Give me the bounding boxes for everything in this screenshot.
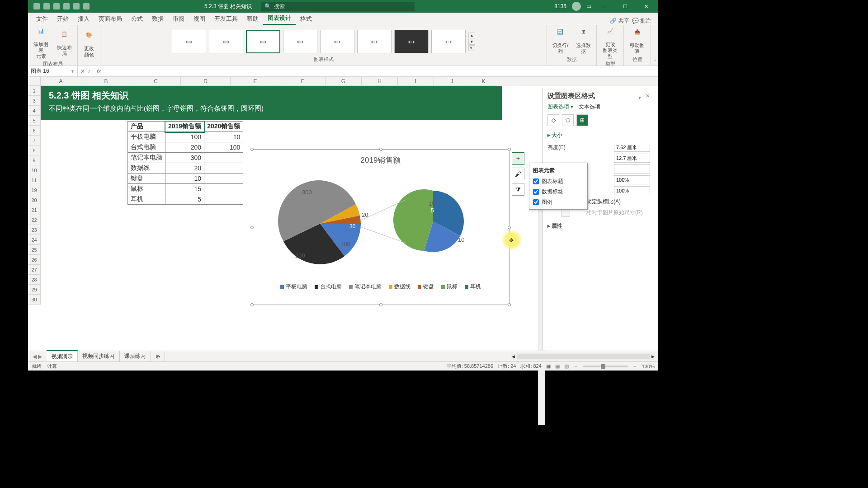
chart-plot-area[interactable]: 100 200 300 20 30 5 10 15 [252,167,509,280]
zoom-slider[interactable] [583,366,628,367]
row-header[interactable]: 9 [28,155,41,165]
horizontal-scrollbar[interactable]: ◀▶ [511,353,656,360]
row-header[interactable]: 11 [28,175,41,185]
formula-input[interactable] [104,66,658,76]
scale-h-input[interactable] [614,175,650,184]
row-header[interactable]: 25 [28,245,41,255]
col-header-J[interactable]: J [434,77,470,86]
row-header[interactable]: 19 [28,185,41,195]
pane-tab-textoptions[interactable]: 文本选项 [579,103,600,111]
size-section-head[interactable]: ▸ 大小 [547,130,650,141]
chart-style-4[interactable]: ◐◑ [283,30,317,53]
chart-object[interactable]: 2019销售额 [252,149,509,305]
row-header[interactable]: 5 [28,116,41,126]
zoom-out[interactable]: － [573,363,578,370]
new-sheet-button[interactable]: ⊕ [151,352,165,361]
zoom-level[interactable]: 130% [642,364,655,369]
width-input[interactable] [614,154,650,163]
styles-down[interactable]: ▼ [468,39,476,45]
blank-input[interactable] [614,164,650,174]
col-header-B[interactable]: B [81,77,131,86]
data-table[interactable]: 产品2019销售额2020销售额 平板电脑10010 台式电脑200100 笔记… [127,121,243,205]
popup-item-legend[interactable]: 图例 [531,197,585,207]
row-header[interactable]: 6 [28,126,41,136]
view-pagelayout-icon[interactable]: ▤ [555,363,560,369]
chart-style-2[interactable]: ◐◑ [209,30,243,53]
tab-file[interactable]: 文件 [32,13,52,25]
undo-icon[interactable] [73,3,80,9]
row-header[interactable]: 29 [28,285,41,295]
row-header[interactable]: 8 [28,145,41,155]
row-header[interactable]: 28 [28,275,41,285]
chart-styles-button[interactable]: 🖌 [512,168,524,180]
move-chart-button[interactable]: 📤移动图表 [627,28,648,55]
view-normal-icon[interactable]: ▦ [546,363,551,369]
row-header[interactable]: 22 [28,215,41,225]
name-box[interactable]: 图表 16▼ [28,66,78,76]
row-header[interactable]: 24 [28,235,41,245]
chart-style-8[interactable]: ◐◑ [431,30,466,53]
popup-item-labels[interactable]: 数据标签 [531,187,585,197]
pane-close-button[interactable]: ✕ [646,93,650,99]
col-header-I[interactable]: I [398,77,434,86]
avatar[interactable] [572,2,581,11]
effects-icon[interactable]: ⬠ [562,114,574,126]
tab-chartdesign[interactable]: 图表设计 [263,12,296,25]
row-header[interactable]: 26 [28,255,41,265]
fill-icon[interactable]: ◇ [547,114,559,126]
redo-icon[interactable] [83,3,90,9]
change-chart-type-button[interactable]: 📈更改 图表类型 [599,27,621,61]
height-input[interactable] [614,143,650,152]
chart-style-7[interactable]: ◐◑ [394,30,429,53]
sheet-nav[interactable]: ◀ ▶ [28,353,47,360]
comments-button[interactable]: 💬 批注 [632,17,651,25]
scale-w-input[interactable] [614,186,650,195]
sheet-tab-1[interactable]: 视频演示 [47,350,78,362]
tab-format[interactable]: 格式 [296,13,316,25]
col-header-A[interactable]: A [41,77,81,86]
chart-elements-button[interactable]: ＋ [512,152,524,165]
tab-review[interactable]: 审阅 [168,13,189,25]
chart-style-1[interactable]: ◐◑ [172,30,206,53]
styles-more[interactable]: ▾ [468,45,476,51]
row-header[interactable]: 21 [28,205,41,215]
autosave-icon[interactable] [33,3,40,9]
fx-icon[interactable]: fx [94,68,104,75]
chart-title[interactable]: 2019销售额 [252,150,509,167]
row-header[interactable]: 10 [28,165,41,175]
chart-filter-button[interactable]: ⧩ [512,183,524,196]
qat-icon2[interactable] [63,3,70,9]
chart-legend[interactable]: 平板电脑 台式电脑 笔记本电脑 数据线 键盘 鼠标 耳机 [252,280,509,293]
row-header[interactable]: 1 [28,86,41,96]
col-header-E[interactable]: E [231,77,280,86]
row-header[interactable]: 23 [28,225,41,235]
row-header[interactable]: 27 [28,265,41,275]
tab-view[interactable]: 视图 [189,13,210,25]
row-header[interactable]: 30 [28,295,41,305]
ribbon-mode-icon[interactable]: ▭ [586,3,591,9]
pane-tab-chartoptions[interactable]: 图表选项 ▾ [547,103,573,111]
chart-style-3[interactable]: ◐◑ [246,30,280,53]
sheet-tab-2[interactable]: 视频同步练习 [78,351,120,362]
select-all-corner[interactable] [28,77,41,86]
row-header[interactable]: 4 [28,106,41,116]
select-data-button[interactable]: ⊞选择数据 [574,28,594,55]
zoom-in[interactable]: ＋ [632,363,637,370]
col-header-K[interactable]: K [470,77,497,86]
popup-item-title[interactable]: 图表标题 [531,176,585,187]
confirm-icon[interactable]: ✓ [87,68,91,75]
tab-developer[interactable]: 开发工具 [210,13,242,25]
quick-layout-button[interactable]: 📋快速布局 [54,30,75,57]
row-header[interactable]: 7 [28,136,41,145]
size-props-icon[interactable]: ⊞ [576,114,588,126]
col-header-F[interactable]: F [280,77,326,86]
styles-up[interactable]: ▲ [468,33,476,38]
col-header-C[interactable]: C [131,77,181,86]
row-header[interactable]: 20 [28,195,41,205]
chart-style-6[interactable]: ◐◑ [357,30,392,53]
tab-home[interactable]: 开始 [52,13,73,25]
tab-data[interactable]: 数据 [147,13,168,25]
col-header-G[interactable]: G [326,77,362,86]
tab-insert[interactable]: 插入 [73,13,94,25]
qat-icon[interactable] [53,3,60,9]
